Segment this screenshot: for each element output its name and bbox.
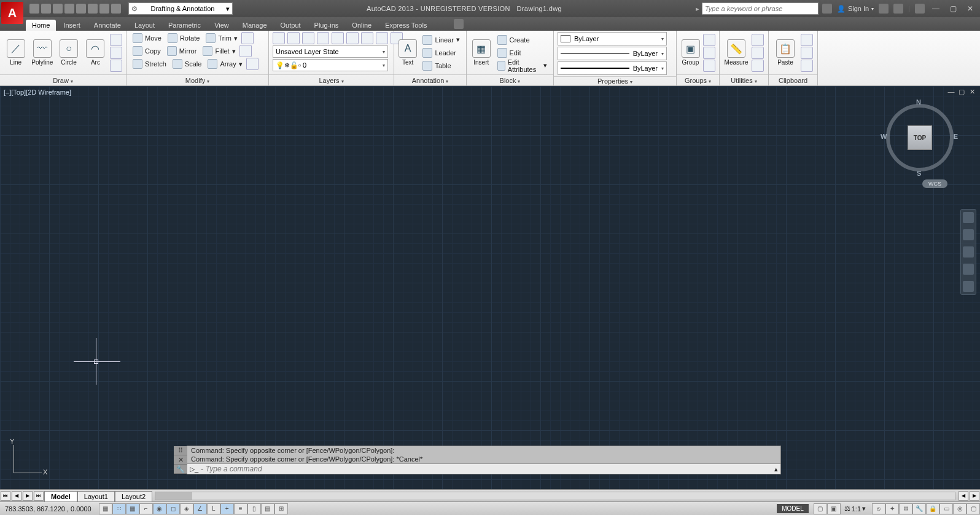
exchange-x-icon[interactable] xyxy=(879,4,889,14)
wcs-label[interactable]: WCS xyxy=(922,179,947,188)
tab-home[interactable]: Home xyxy=(26,20,56,31)
status-lock-icon[interactable]: 🔒 xyxy=(926,503,939,514)
tab-prev-icon[interactable]: ◀ xyxy=(12,491,21,501)
tab-last-icon[interactable]: ⏭ xyxy=(34,491,44,501)
move-button[interactable]: Move xyxy=(130,32,164,44)
trim-button[interactable]: Trim▾ xyxy=(203,32,240,44)
layer-icon-4[interactable] xyxy=(317,32,329,44)
viewport-label[interactable]: [–][Top][2D Wireframe] xyxy=(4,88,71,96)
status-ortho-icon[interactable]: ⌐ xyxy=(139,503,153,514)
horizontal-scrollbar[interactable] xyxy=(155,492,955,500)
layer-icon-3[interactable] xyxy=(302,32,314,44)
util-extra1-icon[interactable] xyxy=(752,34,764,46)
group-extra2-icon[interactable] xyxy=(703,47,715,59)
viewport-maximize-icon[interactable]: ▢ xyxy=(957,88,966,96)
workspace-dropdown[interactable]: Drafting & Annotation▾ xyxy=(128,2,233,15)
group-button[interactable]: ▣Group xyxy=(680,34,701,71)
help-icon[interactable] xyxy=(915,4,925,14)
viewcube-s[interactable]: S xyxy=(917,170,921,177)
util-extra2-icon[interactable] xyxy=(752,47,764,59)
copy-button[interactable]: Copy xyxy=(130,45,163,57)
tab-first-icon[interactable]: ⏮ xyxy=(1,491,10,501)
cmd-settings-icon[interactable]: 🔧 xyxy=(174,465,187,474)
status-qv-icon[interactable]: ▣ xyxy=(827,503,841,514)
clip-extra-icon[interactable] xyxy=(801,60,813,72)
tab-annotate[interactable]: Annotate xyxy=(88,20,127,31)
status-annoscale-icon[interactable]: ⎋ xyxy=(872,503,885,514)
linetype-dropdown[interactable]: ByLayer xyxy=(558,47,667,60)
panel-annotation-title[interactable]: Annotation xyxy=(412,77,445,84)
layer-icon-5[interactable] xyxy=(332,32,344,44)
app-logo[interactable]: A xyxy=(1,2,23,24)
stretch-button[interactable]: Stretch xyxy=(130,58,169,70)
modify-extra3-icon[interactable] xyxy=(246,58,259,70)
ellipse-icon[interactable] xyxy=(110,47,122,59)
status-isolate-icon[interactable]: ◎ xyxy=(953,503,966,514)
hatch-icon[interactable] xyxy=(110,60,122,72)
status-toolbar-icon[interactable]: 🔧 xyxy=(912,503,926,514)
panel-layers-title[interactable]: Layers xyxy=(319,77,339,84)
nav-showmotion-icon[interactable] xyxy=(963,281,974,292)
qat-save-icon[interactable] xyxy=(53,4,63,14)
status-otrack-icon[interactable]: ∠ xyxy=(193,503,207,514)
drawing-area[interactable]: [–][Top][2D Wireframe] — ▢ ✕ YX TOP N S … xyxy=(0,86,980,489)
status-osnap-icon[interactable]: ◻ xyxy=(166,503,180,514)
tab-output[interactable]: Output xyxy=(274,20,307,31)
group-extra1-icon[interactable] xyxy=(703,34,715,46)
modify-extra2-icon[interactable] xyxy=(239,45,252,57)
tab-next-icon[interactable]: ▶ xyxy=(23,491,33,501)
status-ducs-icon[interactable]: L xyxy=(207,503,220,514)
modify-extra1-icon[interactable] xyxy=(241,32,254,44)
layer-state-dropdown[interactable]: Unsaved Layer State xyxy=(273,45,388,58)
nav-orbit-icon[interactable] xyxy=(963,264,974,275)
line-button[interactable]: ／Line xyxy=(4,34,28,71)
qat-new-icon[interactable] xyxy=(29,4,39,14)
tab-view[interactable]: View xyxy=(208,20,235,31)
scroll-left-icon[interactable]: ◀ xyxy=(959,491,968,501)
tab-layout1[interactable]: Layout1 xyxy=(77,491,115,501)
table-button[interactable]: Table xyxy=(420,60,462,72)
panel-block-title[interactable]: Block xyxy=(500,77,516,84)
layer-icon-6[interactable] xyxy=(346,32,359,44)
infocenter-arrow-icon[interactable]: ▸ xyxy=(696,5,699,13)
tab-model[interactable]: Model xyxy=(44,491,77,501)
layer-icon-2[interactable] xyxy=(287,32,300,44)
viewport-minimize-icon[interactable]: — xyxy=(947,88,955,96)
tab-insert[interactable]: Insert xyxy=(57,20,87,31)
rotate-button[interactable]: Rotate xyxy=(165,32,202,44)
rectangle-icon[interactable] xyxy=(110,34,122,46)
viewcube[interactable]: TOP N S E W xyxy=(883,101,957,175)
signin-button[interactable]: 👤 Sign In ▾ xyxy=(837,5,874,13)
array-button[interactable]: Array▾ xyxy=(205,58,244,70)
status-annovis-icon[interactable]: ✦ xyxy=(885,503,899,514)
insert-button[interactable]: ▦Insert xyxy=(470,34,492,71)
mirror-button[interactable]: Mirror xyxy=(165,45,200,57)
tab-manage[interactable]: Manage xyxy=(236,20,273,31)
exchange-a-icon[interactable] xyxy=(893,4,903,14)
status-layout-icon[interactable]: ▢ xyxy=(814,503,827,514)
copyclip-icon[interactable] xyxy=(801,47,813,59)
qat-open-icon[interactable] xyxy=(41,4,51,14)
status-lwt-icon[interactable]: ≡ xyxy=(234,503,247,514)
status-grid-icon[interactable]: ▦ xyxy=(126,503,139,514)
panel-utilities-title[interactable]: Utilities xyxy=(731,77,752,84)
status-model-toggle[interactable]: MODEL xyxy=(777,504,809,513)
coordinates-readout[interactable]: 783.3503, 867.1220 , 0.0000 xyxy=(0,505,96,513)
status-cleanscreen-icon[interactable]: ▢ xyxy=(966,503,980,514)
status-snap-icon[interactable]: ∷ xyxy=(112,503,126,514)
editattrib-button[interactable]: Edit Attributes▾ xyxy=(495,60,550,72)
linear-button[interactable]: Linear▾ xyxy=(420,34,462,46)
search-input[interactable] xyxy=(702,2,819,15)
scroll-right-icon[interactable]: ▶ xyxy=(970,491,979,501)
lineweight-dropdown[interactable]: ByLayer xyxy=(558,61,667,75)
status-3dosnap-icon[interactable]: ◈ xyxy=(180,503,193,514)
group-extra3-icon[interactable] xyxy=(703,60,715,72)
leader-button[interactable]: Leader xyxy=(420,47,462,59)
nav-zoom-icon[interactable] xyxy=(963,246,974,258)
qat-redo-icon[interactable] xyxy=(111,4,121,14)
status-hardware-icon[interactable]: ▭ xyxy=(939,503,953,514)
color-dropdown[interactable]: ByLayer xyxy=(558,32,667,45)
status-polar-icon[interactable]: ◉ xyxy=(153,503,166,514)
command-input[interactable] xyxy=(206,465,772,473)
viewcube-e[interactable]: E xyxy=(954,133,958,140)
